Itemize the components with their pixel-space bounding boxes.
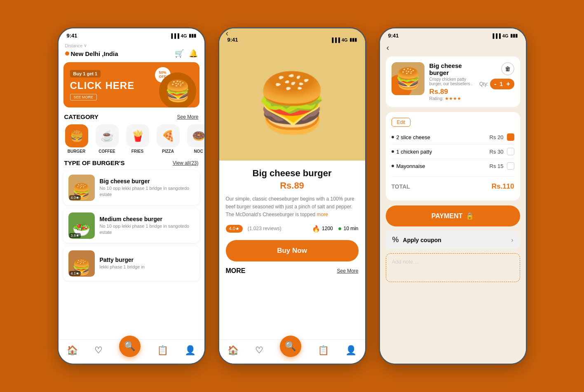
nav-search-fab-1[interactable]: 🔍 — [119, 336, 141, 357]
category-see-more-link[interactable]: See More — [177, 114, 198, 120]
product-stats: 4.0★ (1,023 reviews) 🔥 1200 ● 10 min — [226, 225, 359, 233]
quantity-stepper[interactable]: - 1 + — [490, 79, 514, 89]
status-bar-3: 9:41 ▐▐▐ 4G ▮▮▮ — [380, 28, 526, 41]
burgers-title: TYPE OF BURGER'S — [64, 159, 125, 166]
total-label: TOTAL — [392, 183, 410, 190]
burgers-section-header: TYPE OF BURGER'S View all(23) — [59, 159, 204, 166]
back-btn-3[interactable]: ‹ — [387, 43, 389, 52]
nav-heart-2[interactable]: ♡ — [255, 345, 263, 356]
qty-row: Qty: - 1 + — [479, 79, 514, 89]
cart-item-info: Big cheese burger Crispy chicken patty b… — [429, 62, 480, 101]
table-row[interactable]: 🍔 4.1★ Patty burger lekki phase 1 bridge… — [63, 246, 199, 281]
signal-icon-2: ▐▐▐ — [330, 37, 340, 42]
addon-checkbox-2[interactable] — [507, 148, 514, 155]
qty-label: Qty: — [479, 81, 488, 87]
nav-profile-1[interactable]: 👤 — [185, 345, 196, 356]
banner-title: CLICK HERE — [70, 80, 135, 91]
qty-minus-btn[interactable]: - — [494, 80, 496, 88]
category-item-coffee[interactable]: ☕ COFFEE — [94, 124, 120, 154]
cart-content: 🍔 Big cheese burger Crispy chicken patty… — [380, 56, 526, 364]
bell-icon[interactable]: 🔔 — [189, 49, 198, 58]
burger-thumb-3: 🍔 4.1★ — [68, 250, 95, 277]
nav-calendar-1[interactable]: 📋 — [157, 345, 168, 356]
category-item-fries[interactable]: 🍟 FRIES — [124, 124, 151, 154]
addon-item-2: 1 chicken patty Rs 30 — [392, 145, 514, 159]
delete-btn[interactable]: 🗑 — [501, 62, 514, 75]
payment-button[interactable]: PAYMENT 🔒 — [386, 205, 520, 226]
burger-rating-2: 3.8★ — [69, 233, 81, 238]
burger-desc-3: lekki phase 1 bridge in — [100, 264, 195, 270]
addon-checkbox-1[interactable] — [507, 133, 514, 141]
category-item-burger[interactable]: 🍔 BURGER — [63, 124, 90, 154]
table-row[interactable]: 🍔 4.0★ Big cheese burger No 10 opp lekki… — [63, 170, 199, 205]
category-item-noc[interactable]: 🍩 NOC — [185, 124, 204, 154]
status-bar-2: 9:41 ▐▐▐ 4G ▮▮▮ — [219, 33, 365, 45]
cart-item-price: Rs.89 — [429, 88, 480, 96]
burger-emoji-icon: 🍔 — [165, 79, 190, 103]
status-icons-1: ▐▐▐ 4G ▮▮▮ — [169, 33, 196, 38]
nav-home-1[interactable]: 🏠 — [67, 345, 78, 356]
addon-price-3: Rs 15 — [490, 163, 504, 169]
coffee-category-icon: ☕ — [96, 124, 119, 147]
promo-banner[interactable]: Buy 1 get 1 CLICK HERE SEE MORE 50% OFF … — [63, 62, 199, 107]
cart-icon[interactable]: 🛒 — [175, 49, 184, 58]
product-price: Rs.89 — [226, 180, 359, 191]
calories-stat: 🔥 1200 — [312, 225, 333, 233]
nav-home-2[interactable]: 🏠 — [228, 345, 239, 356]
burger-info-1: Big cheese burger No 10 opp lekki phase … — [100, 178, 195, 198]
hero-image: 🍔 — [219, 45, 365, 161]
more-see-link[interactable]: See More — [337, 268, 358, 274]
addon-checkbox-3[interactable] — [507, 162, 514, 170]
addon-price-row-2: Rs 30 — [490, 148, 514, 155]
hero-burger-emoji: 🍔 — [256, 74, 328, 132]
buy-now-button[interactable]: Buy Now — [226, 240, 359, 261]
qty-plus-btn[interactable]: + — [506, 80, 510, 88]
coupon-row[interactable]: % Apply coupon › — [386, 231, 520, 249]
coupon-icon: % — [392, 236, 399, 244]
cart-item-sub: Crispy chicken patty burger, our bestsel… — [429, 77, 480, 86]
noc-category-icon: 🍩 — [187, 124, 204, 147]
nav-profile-2[interactable]: 👤 — [345, 345, 356, 356]
reviews-count: (1,023 reviews) — [248, 226, 281, 231]
addon-name-1: 2 slice cheese — [392, 134, 430, 140]
burger-desc-1: No 10 opp lekki phase 1 bridge in sangot… — [100, 185, 195, 198]
cart-item-image: 🍔 — [392, 62, 425, 95]
banner-burger-image: 🍔 — [159, 72, 196, 107]
addon-item-1: 2 slice cheese Rs 20 — [392, 130, 514, 145]
burgers-list: 🍔 4.0★ Big cheese burger No 10 opp lekki… — [59, 170, 204, 281]
screen1: 9:41 ▐▐▐ 4G ▮▮▮ Distance ∨ New Delhi ,In… — [57, 27, 206, 365]
category-title: CATEGORY — [64, 113, 99, 120]
back-btn-2[interactable]: ‹ — [226, 28, 229, 38]
coffee-label: COFFEE — [99, 149, 115, 154]
fries-label: FRIES — [131, 149, 143, 154]
network-label-2: 4G — [342, 37, 348, 42]
cart-item-name: Big cheese burger — [429, 62, 480, 76]
addon-name-2: 1 chicken patty — [392, 149, 432, 155]
category-item-pizza[interactable]: 🍕 PIZZA — [155, 124, 181, 154]
burger-info-3: Patty burger lekki phase 1 bridge in — [100, 257, 195, 270]
burger-name-2: Medium cheese burger — [100, 216, 195, 222]
signal-icon-3: ▐▐▐ — [491, 33, 500, 38]
burger-label: BURGER — [68, 149, 85, 154]
read-more-link[interactable]: more — [317, 212, 328, 217]
screen3-top: 9:41 ▐▐▐ 4G ▮▮▮ ‹ — [380, 28, 526, 56]
table-row[interactable]: 🥗 3.8★ Medium cheese burger No 10 opp le… — [63, 208, 199, 243]
product-detail: Big cheese burger Rs.89 Our simple, clas… — [219, 161, 365, 364]
product-description: Our simple, classic cheeseburger begins … — [226, 195, 359, 219]
time-2: 9:41 — [228, 37, 238, 43]
nav-calendar-2[interactable]: 📋 — [318, 345, 329, 356]
banner-see-more-btn[interactable]: SEE MORE — [70, 94, 97, 100]
burgers-view-all-link[interactable]: View all(23) — [173, 160, 198, 166]
nav-heart-1[interactable]: ♡ — [94, 345, 103, 356]
network-label-1: 4G — [181, 33, 187, 38]
payment-label: PAYMENT — [432, 212, 463, 220]
edit-button[interactable]: Edit — [392, 118, 411, 127]
qty-value: 1 — [500, 81, 503, 87]
cart-item-rating: Rating: ★★★★ — [429, 96, 480, 101]
location-text: New Delhi ,India — [65, 50, 118, 57]
burger-rating-1: 4.0★ — [69, 195, 81, 200]
note-input[interactable]: Add note.... — [386, 253, 520, 282]
burger-desc-2: No 10 opp lekki phase 1 bridge in sangot… — [100, 223, 195, 236]
nav-search-fab-2[interactable]: 🔍 — [280, 336, 301, 357]
coupon-left: % Apply coupon — [392, 236, 441, 244]
